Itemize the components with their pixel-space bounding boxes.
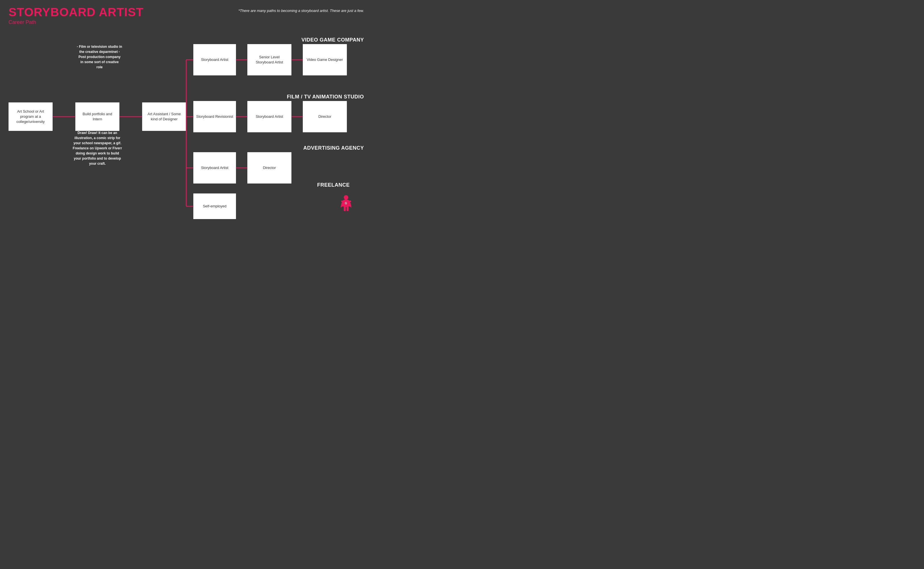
card-director-adv: Director <box>247 152 291 184</box>
main-title: STORYBOARD ARTIST <box>9 6 144 19</box>
annotation-top: - Film or television studio in the creat… <box>77 44 122 70</box>
title-block: STORYBOARD ARTIST Career Path <box>9 6 144 25</box>
card-video-game-designer: Video Game Designer <box>303 44 347 75</box>
svg-rect-16 <box>344 206 346 211</box>
card-build-portfolio: Build portfolio and Intern <box>75 102 120 131</box>
card-director-film: Director <box>303 101 347 132</box>
section-film-tv: FILM / TV ANIMATION STUDIO <box>287 94 364 100</box>
svg-rect-17 <box>347 206 349 211</box>
svg-point-15 <box>344 195 348 200</box>
card-art-assistant: Art Assistant / Some kind of Designer <box>142 102 186 131</box>
card-art-school: Art School or Art program at a college/u… <box>9 102 53 131</box>
card-storyboard-artist-adv: Storyboard Artist <box>193 152 236 184</box>
card-storyboard-revisionist: Storyboard Revisionist <box>193 101 236 132</box>
card-self-employed: Self-employed <box>193 193 236 219</box>
svg-rect-18 <box>341 201 343 202</box>
annotation-bottom: Create a lot of stuff. Draw! Draw! Draw!… <box>73 125 122 166</box>
card-senior-storyboard: Senior Level Storyboard Artist <box>247 44 291 75</box>
section-advertising: ADVERTISING AGENCY <box>303 145 364 151</box>
section-freelance: FREELANCE <box>317 182 350 188</box>
svg-text:G: G <box>345 202 347 205</box>
page: STORYBOARD ARTIST Career Path *There are… <box>0 0 370 228</box>
section-video-game: VIDEO GAME COMPANY <box>301 37 364 43</box>
disclaimer: *There are many paths to becoming a stor… <box>238 9 364 13</box>
svg-rect-19 <box>349 201 351 202</box>
superhero-icon: G <box>338 195 354 213</box>
card-storyboard-artist-vg: Storyboard Artist <box>193 44 236 75</box>
card-storyboard-artist-film: Storyboard Artist <box>247 101 291 132</box>
subtitle: Career Path <box>9 19 144 25</box>
